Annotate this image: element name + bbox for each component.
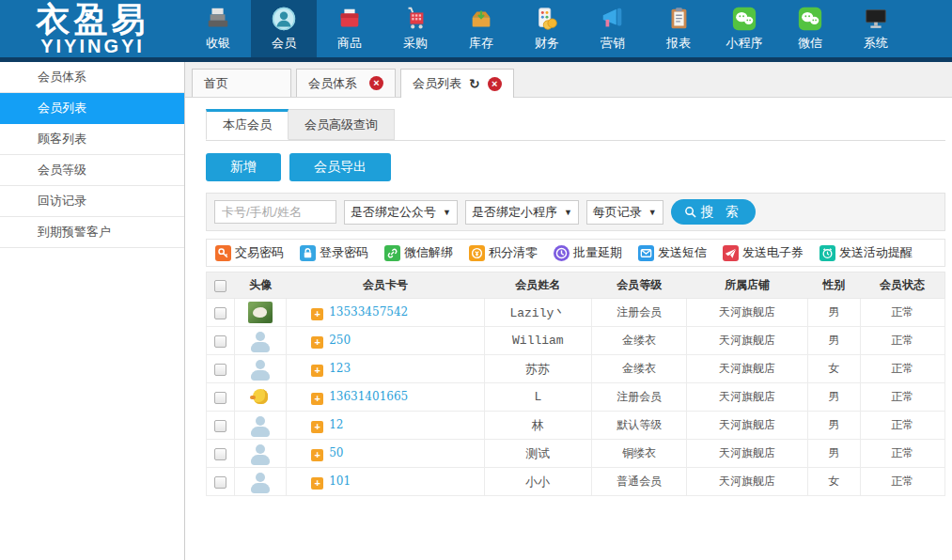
table-row: 50 测试 铜缕衣 天河旗舰店 男 正常 [207, 440, 945, 468]
close-icon[interactable] [369, 76, 383, 90]
search-button[interactable]: 搜 索 [671, 199, 756, 225]
sidebar-item-visit-record[interactable]: 回访记录 [0, 186, 184, 217]
tool-send-activity-reminder[interactable]: 发送活动提醒 [819, 244, 913, 261]
refresh-icon[interactable] [469, 77, 480, 90]
sidebar-item-expiry-warning[interactable]: 到期预警客户 [0, 217, 184, 248]
row-select-cell [207, 355, 235, 383]
row-select-cell [207, 468, 235, 496]
row-checkbox[interactable] [214, 476, 226, 489]
search-input[interactable] [214, 200, 336, 224]
add-card-icon[interactable] [311, 477, 323, 490]
nav-item-finance[interactable]: 财务 [514, 0, 580, 57]
clock-icon [554, 245, 570, 261]
avatar [248, 470, 273, 494]
nav-item-system[interactable]: 系统 [843, 0, 909, 57]
wechat-icon [797, 6, 823, 32]
card-number-link[interactable]: 250 [329, 334, 351, 347]
table-row: 101 小小 普通会员 天河旗舰店 女 正常 [207, 468, 945, 496]
tab-member-system[interactable]: 会员体系 [296, 69, 396, 97]
tool-send-evoucher[interactable]: 发送电子券 [723, 244, 804, 261]
status-cell: 正常 [860, 383, 944, 412]
top-nav-items: 收银 会员 商品 采购 库存 财务 营销 报表 [185, 0, 909, 57]
nav-item-goods[interactable]: 商品 [317, 0, 382, 57]
card-number-link[interactable]: 13631401665 [329, 390, 408, 403]
page-size-select[interactable]: 每页记录 [586, 200, 663, 225]
nav-item-marketing[interactable]: 营销 [580, 0, 646, 57]
card-number-cell: 123 [287, 355, 485, 383]
sidebar-item-customer-list[interactable]: 顾客列表 [0, 124, 184, 155]
purchase-cart-icon [402, 6, 429, 32]
nav-item-label: 系统 [864, 35, 888, 52]
member-name-cell: Lazily丶 [484, 299, 591, 327]
tool-login-password[interactable]: 登录密码 [300, 244, 368, 261]
row-checkbox[interactable] [214, 335, 226, 348]
select-label: 是否绑定小程序 [472, 204, 557, 221]
tool-label: 微信解绑 [404, 244, 453, 261]
status-cell: 正常 [860, 412, 944, 440]
add-card-icon[interactable] [311, 449, 323, 461]
card-number-link[interactable]: 13533457542 [329, 305, 408, 319]
subtab-advanced-query[interactable]: 会员高级查询 [289, 109, 395, 140]
system-icon [863, 6, 889, 32]
report-icon [665, 6, 692, 32]
card-number-link[interactable]: 12 [329, 418, 343, 431]
tool-label: 发送短信 [658, 244, 707, 261]
nav-item-inventory[interactable]: 库存 [448, 0, 514, 57]
tab-label: 首页 [204, 75, 228, 92]
member-icon [271, 6, 297, 32]
tool-wechat-unbind[interactable]: 微信解绑 [384, 244, 453, 261]
row-checkbox[interactable] [214, 307, 226, 319]
tool-send-sms[interactable]: 发送短信 [638, 244, 707, 261]
card-number-link[interactable]: 101 [329, 474, 351, 488]
tool-label: 登录密码 [320, 244, 368, 261]
add-card-icon[interactable] [311, 393, 323, 405]
col-gender: 性别 [807, 272, 860, 299]
card-number-cell: 50 [287, 440, 485, 468]
add-card-icon[interactable] [311, 421, 323, 433]
member-list-page: 本店会员 会员高级查询 新增 会员导出 是否绑定公众号 是否绑定小程序 每页记录 [185, 98, 952, 560]
status-cell: 正常 [860, 299, 944, 327]
coin-icon [469, 245, 485, 261]
add-card-icon[interactable] [311, 308, 323, 320]
row-select-cell [207, 299, 235, 327]
add-card-icon[interactable] [311, 365, 323, 377]
card-number-link[interactable]: 50 [329, 446, 343, 459]
row-checkbox[interactable] [214, 364, 226, 376]
nav-item-purchase[interactable]: 采购 [382, 0, 448, 57]
row-select-cell [207, 383, 235, 412]
tab-member-list[interactable]: 会员列表 [400, 69, 514, 98]
subtab-store-members[interactable]: 本店会员 [206, 109, 289, 140]
member-table: 头像 会员卡号 会员姓名 会员等级 所属店铺 性别 会员状态 135334575… [206, 272, 945, 496]
select-all-checkbox[interactable] [214, 280, 226, 292]
tool-batch-extend[interactable]: 批量延期 [554, 244, 622, 261]
action-buttons: 新增 会员导出 [206, 153, 945, 181]
row-checkbox[interactable] [214, 392, 226, 404]
nav-item-member[interactable]: 会员 [251, 0, 317, 57]
export-button[interactable]: 会员导出 [289, 153, 391, 181]
card-number-cell: 12 [287, 412, 485, 440]
search-button-label: 搜 索 [701, 204, 742, 221]
nav-item-miniprogram[interactable]: 小程序 [711, 0, 777, 57]
bind-miniprogram-select[interactable]: 是否绑定小程序 [465, 200, 579, 225]
tab-home[interactable]: 首页 [192, 69, 291, 97]
subtabs: 本店会员 会员高级查询 [206, 109, 945, 141]
add-button[interactable]: 新增 [206, 153, 281, 181]
card-number-link[interactable]: 123 [329, 362, 351, 375]
goods-icon [336, 6, 363, 32]
sidebar-item-member-list[interactable]: 会员列表 [0, 93, 184, 124]
tool-label: 批量延期 [573, 244, 622, 261]
sidebar-item-member-level[interactable]: 会员等级 [0, 155, 184, 186]
bind-official-account-select[interactable]: 是否绑定公众号 [344, 200, 458, 225]
nav-item-cashier[interactable]: 收银 [185, 0, 251, 57]
nav-item-wechat[interactable]: 微信 [777, 0, 843, 57]
add-card-icon[interactable] [311, 336, 323, 349]
row-checkbox[interactable] [214, 420, 226, 432]
chevron-down-icon [443, 208, 451, 217]
tool-points-reset[interactable]: 积分清零 [469, 244, 538, 261]
close-icon[interactable] [488, 77, 502, 91]
tool-trade-password[interactable]: 交易密码 [215, 244, 284, 261]
row-select-cell [207, 440, 235, 468]
row-checkbox[interactable] [214, 448, 226, 460]
sidebar-item-member-system[interactable]: 会员体系 [0, 62, 184, 93]
nav-item-report[interactable]: 报表 [646, 0, 711, 57]
